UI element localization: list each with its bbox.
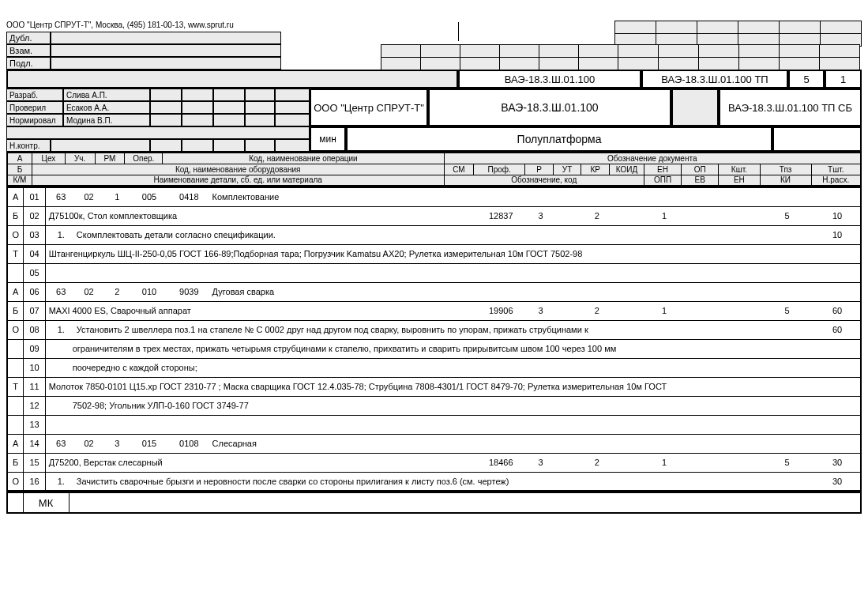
table-row: 127502-98; Угольник УЛП-0-160 ГОСТ 3749-… <box>7 396 861 415</box>
hdr-sm: СМ <box>444 164 474 175</box>
hdr-kodob: Код, наименование оборудования <box>32 164 444 175</box>
hdr-ki: КИ <box>760 175 811 186</box>
table-row: A01630210050418Комплектование <box>7 187 861 206</box>
hdr-r: Р <box>525 164 554 175</box>
hdr-en: ЕН <box>644 164 681 175</box>
stamp-podl-empty <box>51 57 281 70</box>
sig-d3 <box>213 101 245 114</box>
hdr-nr: Н.расх. <box>811 175 861 186</box>
footer: МК <box>6 492 862 514</box>
sig-c2 <box>182 89 213 101</box>
stamp-vzam-empty <box>51 44 281 57</box>
sig-c1 <box>150 89 182 101</box>
hdr-kr: КР <box>581 164 610 175</box>
stamp-vzam: Взам. <box>6 44 51 57</box>
table-row: 10поочередно с каждой стороны; <box>7 358 861 377</box>
table-row: А06630220109039Дуговая сварка <box>7 282 861 301</box>
proveril-name: Есаков А.А. <box>63 101 150 114</box>
hdr-op: ОП <box>682 164 719 175</box>
hdr-en2: ЕН <box>719 175 760 186</box>
table-row: 09ограничителям в трех местах, прижать ч… <box>7 339 861 358</box>
table-row: О031.Скомплектовать детали согласно спец… <box>7 225 861 244</box>
nk-c4 <box>245 139 275 152</box>
lbl-nkontr: Н.контр. <box>6 139 51 152</box>
footer-mk: МК <box>23 492 69 513</box>
table-row: 13 <box>7 415 861 434</box>
hdr-ev: ЕВ <box>682 175 719 186</box>
code-n2: 1 <box>825 70 862 89</box>
sig-d4 <box>245 101 275 114</box>
hdr-prof: Проф. <box>474 164 525 175</box>
table-row: Б07MAXI 4000 ES, Сварочный аппарат199063… <box>7 301 861 320</box>
hdr-oboz: Обозначение документа <box>444 153 861 164</box>
hdr-koid: КОИД <box>610 164 644 175</box>
column-headers: А Цех Уч. РМ Опер. Код, наименование опе… <box>6 152 862 187</box>
stamp-dubl: Дубл. <box>6 32 51 44</box>
code1-tp: ВАЭ-18.3.Ш.01.100 ТП <box>641 70 788 89</box>
grid-top-right <box>614 21 862 47</box>
table-row: О161.Зачистить сварочные брызги и неровн… <box>7 472 861 491</box>
table-row: 05 <box>7 263 861 282</box>
razrab-name: Слива А.П. <box>63 89 150 101</box>
sig-c5 <box>275 89 310 101</box>
nk-c3 <box>213 139 245 152</box>
sig-c3 <box>213 89 245 101</box>
hdr-b: Б <box>7 164 32 175</box>
nkontr-name <box>51 139 150 152</box>
stamp-podl: Подл. <box>6 57 51 70</box>
lbl-razrab: Разраб. <box>6 89 63 101</box>
hdr-ksht: Кшт. <box>719 164 760 175</box>
product-name: Полуплатформа <box>346 126 772 152</box>
data-rows: A01630210050418КомплектованиеБ02Д75100к,… <box>6 187 862 492</box>
hdr-tsht: Тшт. <box>811 164 861 175</box>
nk-c2 <box>182 139 213 152</box>
hdr-tseh: Цех <box>32 153 65 164</box>
hdr-tpz: Тпз <box>760 164 811 175</box>
hdr-ut: УТ <box>553 164 581 175</box>
table-row: А14630230150108Слесарная <box>7 434 861 453</box>
hdr-obk: Обозначение, код <box>444 175 644 186</box>
min-label: мин <box>310 126 346 152</box>
hdr-opp: ОПП <box>644 175 681 186</box>
table-row: Т11Молоток 7850-0101 Ц15.хр ГОСТ 2310-77… <box>7 377 861 396</box>
sig-d5 <box>275 101 310 114</box>
hdr-kodop: Код, наименование операции <box>163 153 444 164</box>
sig-empty-row <box>6 126 310 139</box>
code-n1: 5 <box>788 70 825 89</box>
codebar-left-empty <box>6 70 458 89</box>
grid-mid-right <box>618 44 860 70</box>
sig-d2 <box>182 101 213 114</box>
hdr-rm: РМ <box>95 153 125 164</box>
hdr-naimd: Наименование детали, сб. ед. или материа… <box>32 175 444 186</box>
header-block: Дубл. Взам. Подл. <box>6 21 862 115</box>
sig-d1 <box>150 101 182 114</box>
product-empty <box>772 126 862 152</box>
lbl-proveril: Проверил <box>6 101 63 114</box>
hdr-uch: Уч. <box>65 153 95 164</box>
table-row: Б02Д75100к, Стол комплектовщика128373215… <box>7 206 861 225</box>
nk-c5 <box>275 139 310 152</box>
hdr-oper: Опер. <box>125 153 163 164</box>
sig-c4 <box>245 89 275 101</box>
hdr-a: А <box>7 153 32 164</box>
code1: ВАЭ-18.3.Ш.01.100 <box>458 70 641 89</box>
table-row: О081.Установить 2 швеллера поз.1 на стап… <box>7 320 861 339</box>
stamp-dubl-empty <box>51 32 281 44</box>
hdr-km: К/М <box>7 175 32 186</box>
table-row: Б15Д75200, Верстак слесарный18466321530 <box>7 453 861 472</box>
nk-c1 <box>150 139 182 152</box>
grid-mid <box>381 44 618 70</box>
table-row: Т04Штангенциркуль ШЦ-II-250-0,05 ГОСТ 16… <box>7 244 861 263</box>
